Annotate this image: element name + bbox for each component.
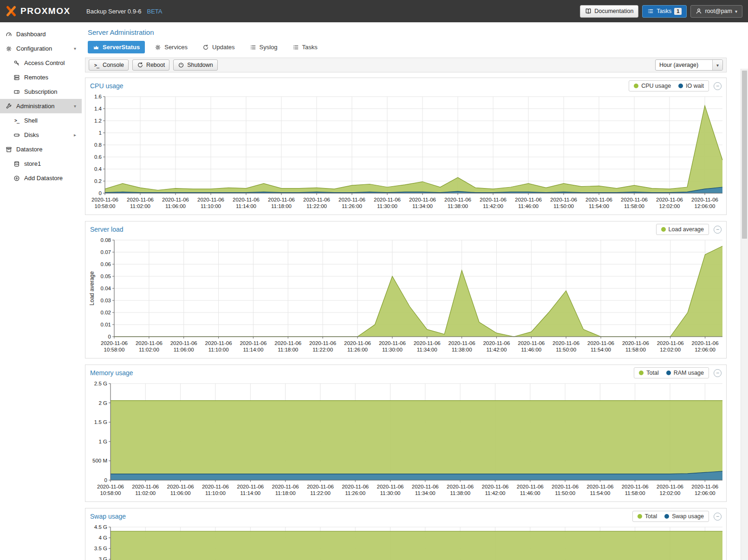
panel-title: Server load: [90, 226, 124, 233]
svg-text:2020-11-06: 2020-11-06: [444, 197, 471, 202]
gears-icon: [5, 45, 13, 52]
svg-text:11:38:00: 11:38:00: [448, 203, 468, 209]
plus-circle-icon: [13, 175, 20, 182]
svg-text:2020-11-06: 2020-11-06: [377, 484, 404, 489]
svg-text:11:30:00: 11:30:00: [382, 347, 403, 352]
svg-text:2020-11-06: 2020-11-06: [342, 484, 369, 489]
chart-legend: TotalSwap usage: [632, 511, 709, 522]
collapse-panel-icon[interactable]: −: [714, 513, 722, 521]
tasks-button[interactable]: Tasks 1: [642, 5, 687, 18]
svg-text:2020-11-06: 2020-11-06: [379, 340, 406, 346]
proxmox-logo-icon: [6, 6, 17, 17]
timeframe-select[interactable]: Hour (average) ▾: [655, 59, 723, 71]
chevron-right-icon[interactable]: ▸: [74, 132, 76, 137]
svg-text:2020-11-06: 2020-11-06: [97, 484, 124, 489]
svg-text:11:46:00: 11:46:00: [520, 490, 540, 496]
product-version: Backup Server 0.9-6: [86, 8, 142, 15]
svg-text:11:50:00: 11:50:00: [556, 347, 576, 352]
legend-item: RAM usage: [666, 370, 704, 376]
svg-text:11:38:00: 11:38:00: [450, 490, 470, 496]
svg-text:2020-11-06: 2020-11-06: [691, 197, 718, 202]
sidebar-item-access-control[interactable]: Access Control: [0, 56, 82, 70]
sidebar-item-datastore[interactable]: Datastore: [0, 142, 82, 156]
collapse-panel-icon[interactable]: −: [714, 369, 722, 377]
svg-text:11:34:00: 11:34:00: [417, 347, 437, 352]
panel-header: Memory usageTotalRAM usage−: [85, 365, 726, 381]
brand-text: PROXMOX: [20, 6, 71, 16]
chart-panels: CPU usageCPU usageIO wait−00.20.40.60.81…: [85, 78, 727, 560]
user-menu-button[interactable]: root@pam ▾: [690, 5, 742, 18]
svg-text:2020-11-06: 2020-11-06: [657, 340, 684, 346]
svg-text:2020-11-06: 2020-11-06: [657, 484, 683, 489]
sidebar-item-label: Administration: [16, 103, 54, 110]
svg-text:11:14:00: 11:14:00: [236, 203, 256, 209]
sidebar-item-administration[interactable]: Administration▾: [0, 99, 82, 113]
legend-dot: [664, 514, 669, 519]
reboot-button[interactable]: Reboot: [132, 59, 169, 71]
database-icon: [13, 160, 20, 168]
svg-text:11:14:00: 11:14:00: [243, 347, 263, 352]
terminal-icon: >_: [93, 62, 100, 68]
chevron-down-icon[interactable]: ▾: [74, 46, 76, 51]
svg-text:2020-11-06: 2020-11-06: [586, 484, 613, 489]
shutdown-button[interactable]: Shutdown: [173, 59, 218, 71]
sidebar-item-remotes[interactable]: Remotes: [0, 70, 82, 85]
sidebar-item-add-datastore[interactable]: Add Datastore: [0, 171, 82, 185]
sidebar-item-label: Remotes: [24, 74, 48, 81]
sidebar-item-shell[interactable]: >_Shell: [0, 113, 82, 128]
svg-text:2020-11-06: 2020-11-06: [309, 340, 336, 346]
svg-text:3 G: 3 G: [98, 556, 107, 560]
svg-text:1 G: 1 G: [98, 439, 107, 444]
svg-text:3.5 G: 3.5 G: [94, 546, 107, 551]
svg-text:0.05: 0.05: [101, 273, 111, 279]
legend-label: CPU usage: [641, 83, 671, 89]
sidebar-item-dashboard[interactable]: Dashboard: [0, 27, 82, 41]
tab-syslog[interactable]: Syslog: [245, 41, 283, 53]
tab-serverstatus[interactable]: ServerStatus: [88, 41, 145, 53]
legend-dot: [639, 371, 644, 375]
svg-text:11:42:00: 11:42:00: [483, 203, 503, 209]
sidebar-item-label: Configuration: [16, 45, 52, 52]
gauge-icon: [5, 31, 13, 38]
svg-text:4 G: 4 G: [98, 535, 107, 540]
svg-text:0: 0: [108, 334, 111, 339]
svg-text:12:02:00: 12:02:00: [659, 203, 680, 209]
legend-label: Swap usage: [672, 513, 704, 520]
chart-panel-swap-usage: Swap usageTotalSwap usage−0500 M1 G1.5 G…: [85, 508, 727, 560]
legend-item: Load average: [661, 226, 704, 233]
svg-text:2020-11-06: 2020-11-06: [237, 484, 264, 489]
sidebar-item-label: store1: [24, 160, 41, 167]
svg-text:12:02:00: 12:02:00: [660, 490, 681, 496]
collapse-panel-icon[interactable]: −: [714, 226, 722, 234]
legend-item: CPU usage: [634, 83, 671, 89]
sidebar-item-store1[interactable]: store1: [0, 156, 82, 171]
tab-tasks[interactable]: Tasks: [287, 41, 323, 53]
legend-dot: [666, 371, 671, 375]
vertical-scrollbar[interactable]: [741, 69, 748, 560]
documentation-label: Documentation: [594, 8, 633, 14]
chart-panel-memory-usage: Memory usageTotalRAM usage−0500 M1 G1.5 …: [85, 365, 727, 502]
scrollbar-thumb[interactable]: [742, 71, 747, 239]
beta-link[interactable]: BETA: [147, 8, 163, 15]
chart-cpu-usage: 00.20.40.60.811.21.41.62020-11-0610:58:0…: [85, 94, 726, 215]
chevron-down-icon[interactable]: ▾: [74, 104, 76, 109]
documentation-button[interactable]: Documentation: [580, 5, 638, 18]
svg-text:11:10:00: 11:10:00: [205, 490, 226, 496]
console-button[interactable]: >_ Console: [89, 59, 129, 71]
tab-label: ServerStatus: [103, 44, 140, 51]
legend-label: Load average: [669, 226, 704, 233]
tab-services[interactable]: Services: [150, 41, 193, 53]
sidebar-item-disks[interactable]: Disks▸: [0, 128, 82, 142]
svg-text:0.03: 0.03: [101, 298, 111, 303]
sidebar-item-configuration[interactable]: Configuration▾: [0, 41, 82, 56]
tab-label: Updates: [212, 44, 234, 51]
sidebar-item-subscription[interactable]: Subscription: [0, 85, 82, 99]
sidebar-item-label: Dashboard: [16, 31, 46, 38]
svg-text:11:38:00: 11:38:00: [452, 347, 472, 352]
svg-text:10:58:00: 10:58:00: [95, 203, 116, 209]
reboot-icon: [137, 62, 143, 68]
panel-header: CPU usageCPU usageIO wait−: [85, 78, 726, 94]
collapse-panel-icon[interactable]: −: [714, 82, 722, 90]
tab-updates[interactable]: Updates: [197, 41, 240, 53]
svg-text:12:06:00: 12:06:00: [695, 203, 715, 209]
